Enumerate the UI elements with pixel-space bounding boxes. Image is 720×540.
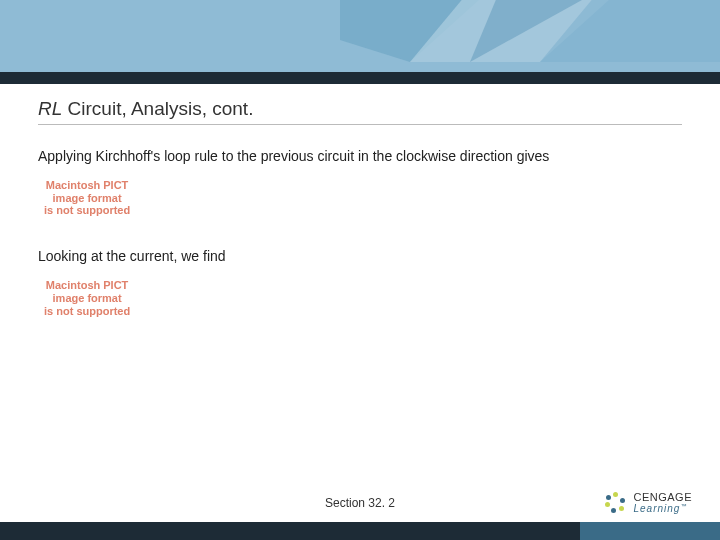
- footer-accent-bar: [580, 522, 720, 540]
- paragraph-1: Applying Kirchhoff's loop rule to the pr…: [38, 147, 682, 165]
- paragraph-2: Looking at the current, we find: [38, 247, 682, 265]
- logo-sub: Learning™: [633, 503, 692, 514]
- header-geometry: [340, 0, 720, 72]
- logo-text: CENGAGE Learning™: [633, 492, 692, 514]
- header-band: [0, 0, 720, 72]
- slide: RL Circuit, Analysis, cont. Applying Kir…: [0, 0, 720, 540]
- pict-line: Macintosh PICT: [44, 279, 130, 292]
- pict-line: Macintosh PICT: [44, 179, 130, 192]
- footer: Section 32. 2 CENGAGE Learning™: [0, 486, 720, 540]
- pict-line: image format: [44, 292, 130, 305]
- pict-line: image format: [44, 192, 130, 205]
- cengage-logo: CENGAGE Learning™: [605, 492, 692, 514]
- logo-mark-icon: [605, 492, 627, 514]
- pict-placeholder-2: Macintosh PICT image format is not suppo…: [44, 277, 130, 319]
- pict-placeholder-1: Macintosh PICT image format is not suppo…: [44, 177, 130, 219]
- title-italic: RL: [38, 98, 62, 119]
- logo-brand: CENGAGE: [633, 492, 692, 503]
- header-dark-bar: [0, 72, 720, 84]
- pict-line: is not supported: [44, 204, 130, 217]
- section-label: Section 32. 2: [325, 496, 395, 510]
- title-rest: Circuit, Analysis, cont.: [62, 98, 253, 119]
- pict-line: is not supported: [44, 305, 130, 318]
- content-area: RL Circuit, Analysis, cont. Applying Kir…: [0, 84, 720, 347]
- slide-title: RL Circuit, Analysis, cont.: [38, 98, 682, 125]
